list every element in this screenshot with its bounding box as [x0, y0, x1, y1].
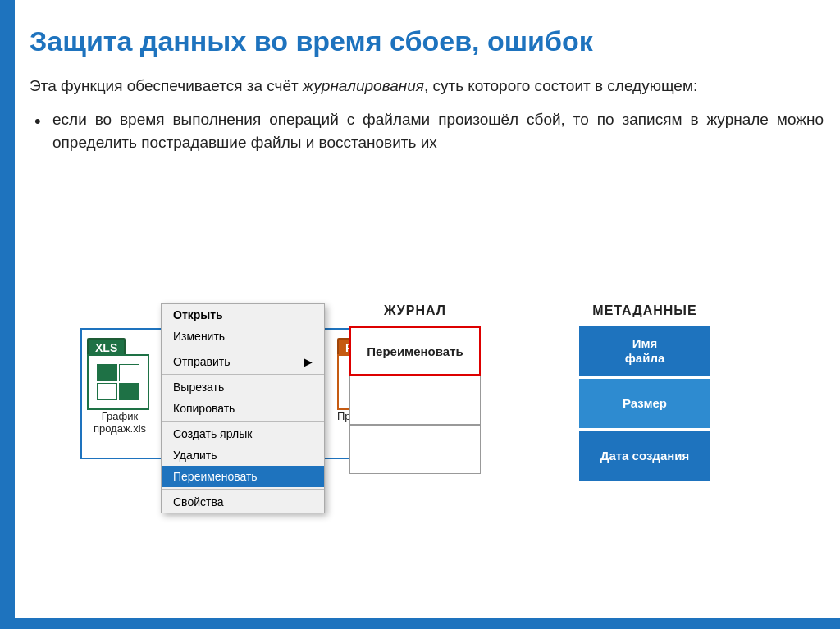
context-separator-3: [162, 421, 324, 422]
context-menu-send-arrow: ▶: [304, 355, 313, 368]
context-menu-change[interactable]: Изменить: [162, 326, 324, 347]
bottom-accent-bar: [0, 618, 840, 629]
journal-header: ЖУРНАЛ МЕТАДАННЫЕ: [349, 303, 824, 318]
intro-paragraph: Эта функция обеспечивается за счёт журна…: [30, 75, 824, 98]
diagram-area: XLS Графикпродаж.xls W: [30, 303, 824, 613]
metadata-size: Размер: [579, 379, 710, 428]
context-menu-copy[interactable]: Копировать: [162, 398, 324, 419]
journal-rename-box: Переименовать: [349, 326, 481, 376]
body-spacer: [514, 326, 546, 481]
xls-grid: [97, 364, 139, 400]
xls-icon-body: [87, 354, 149, 410]
xls-file-item: XLS Графикпродаж.xls: [87, 336, 153, 435]
xls-cell-3: [97, 383, 117, 400]
xls-icon: XLS: [87, 336, 153, 410]
intro-text-2: , суть которого состоит в следующем:: [424, 77, 697, 94]
journal-empty-2: [349, 425, 481, 474]
metadata-date-label: Дата создания: [600, 449, 690, 463]
journal-column: Переименовать: [349, 326, 481, 481]
context-menu-shortcut[interactable]: Создать ярлык: [162, 423, 324, 444]
metadata-header-title: МЕТАДАННЫЕ: [579, 303, 710, 318]
context-menu-properties[interactable]: Свойства: [162, 491, 324, 513]
metadata-column: Имяфайла Размер Дата создания: [579, 326, 710, 481]
slide: Защита данных во время сбоев, ошибок Эта…: [0, 0, 840, 629]
context-menu-send-label: Отправить: [173, 355, 230, 368]
metadata-size-label: Размер: [623, 396, 667, 411]
metadata-filename: Имяфайла: [579, 326, 710, 376]
context-separator-1: [162, 349, 324, 349]
journal-header-title: ЖУРНАЛ: [349, 303, 481, 318]
bullet-item: если во время выполнения операций с файл…: [30, 108, 824, 153]
context-menu-open[interactable]: Открыть: [162, 304, 324, 326]
journal-section: ЖУРНАЛ МЕТАДАННЫЕ Переименовать: [349, 303, 824, 481]
context-menu-delete[interactable]: Удалить: [162, 444, 324, 466]
left-accent-bar: [0, 0, 15, 629]
xls-cell-4: [119, 383, 139, 400]
context-menu-rename[interactable]: Переименовать: [162, 466, 324, 487]
xls-label: Графикпродаж.xls: [87, 410, 153, 435]
context-separator-2: [162, 374, 324, 375]
metadata-date: Дата создания: [579, 431, 710, 481]
metadata-filename-label: Имяфайла: [625, 336, 665, 366]
intro-text-1: Эта функция обеспечивается за счёт: [30, 77, 303, 94]
header-spacer: [514, 303, 546, 318]
journal-metadata-body: Переименовать Имяфайла Размер: [349, 326, 824, 481]
journal-rename-label: Переименовать: [367, 344, 463, 358]
intro-italic: журналирования: [303, 77, 424, 94]
slide-title: Защита данных во время сбоев, ошибок: [30, 25, 824, 58]
xls-cell-2: [119, 364, 139, 381]
context-separator-4: [162, 489, 324, 490]
context-menu: Открыть Изменить Отправить ▶ Вырезать Ко…: [161, 303, 325, 513]
journal-empty-1: [349, 376, 481, 425]
xls-cell-1: [97, 364, 117, 381]
context-menu-cut[interactable]: Вырезать: [162, 376, 324, 398]
context-menu-send[interactable]: Отправить ▶: [162, 351, 324, 372]
